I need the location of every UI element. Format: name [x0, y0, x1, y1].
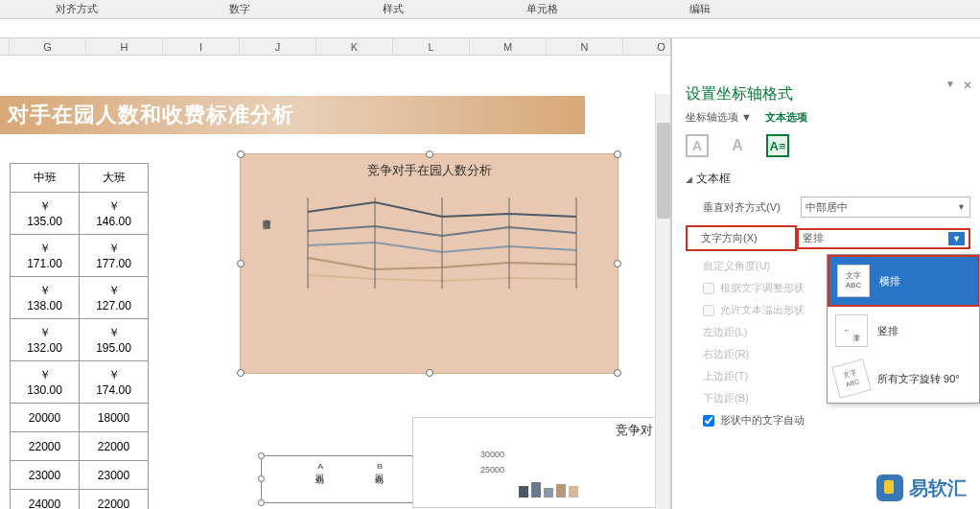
ribbon-group-edit: 编辑 — [671, 0, 729, 18]
mini-chart-yaxis: 30000 25000 — [480, 447, 504, 477]
overflow-label: 允许文本溢出形状 — [720, 303, 805, 317]
textdir-select[interactable]: 竖排▼ — [797, 228, 970, 249]
custom-angle-label: 自定义角度(U) — [686, 259, 801, 273]
ribbon-group-cells: 单元格 — [508, 0, 575, 18]
vertical-scrollbar[interactable] — [655, 94, 670, 509]
table-header[interactable]: 中班 — [11, 164, 80, 193]
col-m[interactable]: M — [470, 38, 547, 55]
col-n[interactable]: N — [547, 38, 623, 55]
resize-handle[interactable] — [258, 452, 265, 459]
chart-plot-area[interactable]: 收费标准 — [289, 183, 598, 327]
col-l[interactable]: L — [393, 38, 470, 55]
table-header[interactable]: 大班 — [80, 164, 149, 193]
xaxis-label[interactable]: A幼儿园 — [314, 462, 326, 500]
resize-shape-label: 根据文字调整形状 — [720, 281, 805, 295]
xaxis-label[interactable]: B幼儿园 — [373, 462, 385, 500]
section-textbox[interactable]: 文本框 — [686, 171, 970, 187]
watermark-icon — [876, 474, 903, 501]
col-h[interactable]: H — [86, 38, 163, 55]
table-row: 2200022000 — [11, 432, 149, 461]
dropdown-item-vertical[interactable]: 文字↓ 竖排 — [828, 307, 979, 355]
textbox-icon[interactable]: A≡ — [766, 134, 789, 157]
col-i[interactable]: I — [163, 38, 240, 55]
resize-handle[interactable] — [258, 499, 265, 506]
chart-title[interactable]: 竞争对手在园人数分析 — [241, 154, 618, 183]
mini-chart[interactable]: 竞争对 30000 25000 — [412, 417, 662, 508]
ribbon-group-style: 样式 — [364, 0, 422, 18]
margin-top-label: 上边距(T) — [686, 369, 801, 383]
formula-bar-area — [0, 19, 980, 38]
resize-handle[interactable] — [614, 150, 621, 158]
table-row: 2400022000 — [11, 490, 149, 510]
worksheet-area[interactable]: G H I J K L M N O P 对手在园人数和收费标准分析 中班 大班 … — [0, 38, 671, 509]
resize-handle[interactable] — [237, 260, 245, 267]
horizontal-text-icon: 文字ABC — [837, 265, 870, 297]
ribbon-group-labels: 对齐方式 数字 样式 单元格 编辑 — [0, 0, 980, 19]
resize-handle[interactable] — [614, 260, 621, 267]
textdir-label: 文字方向(X) — [686, 225, 797, 251]
ribbon-group-number: 数字 — [211, 0, 268, 18]
text-effects-icon[interactable]: A — [726, 134, 749, 157]
mini-chart-title: 竞争对 — [616, 422, 653, 439]
resize-handle[interactable] — [426, 369, 433, 377]
col-j[interactable]: J — [240, 38, 316, 55]
table-row: ￥ 130.00￥ 174.00 — [11, 361, 149, 404]
table-row: 2300023000 — [11, 461, 149, 490]
resize-handle[interactable] — [237, 369, 245, 377]
valign-label: 垂直对齐方式(V) — [686, 200, 801, 215]
resize-shape-checkbox — [703, 283, 714, 294]
dropdown-item-horizontal[interactable]: 文字ABC 横排 — [828, 255, 979, 307]
mini-chart-bars — [519, 482, 578, 497]
close-icon[interactable]: ✕ — [963, 79, 972, 92]
auto-wrap-checkbox[interactable] — [703, 415, 714, 427]
pane-options-icon[interactable]: ▼ — [945, 79, 955, 89]
tab-axis-options[interactable]: 坐标轴选项 ▼ — [686, 110, 752, 125]
auto-wrap-label: 形状中的文字自动 — [720, 413, 805, 428]
margin-left-label: 左边距(L) — [686, 325, 801, 339]
table-row: ￥ 132.00￥ 195.00 — [11, 319, 149, 361]
resize-handle[interactable] — [614, 369, 621, 377]
margin-right-label: 右边距(R) — [686, 347, 801, 361]
table-row: 2000018000 — [11, 404, 149, 432]
overflow-checkbox — [703, 305, 714, 316]
dropdown-item-rotate90[interactable]: 文字ABC 所有文字旋转 90° — [828, 355, 979, 403]
valign-select[interactable]: 中部居中▼ — [801, 197, 970, 218]
scrollbar-thumb[interactable] — [657, 123, 670, 219]
vertical-text-icon: 文字↓ — [835, 314, 868, 347]
col-g[interactable]: G — [10, 38, 86, 55]
col-k[interactable]: K — [316, 38, 393, 55]
text-direction-dropdown: 文字ABC 横排 文字↓ 竖排 文字ABC 所有文字旋转 90° — [827, 254, 980, 404]
ribbon-group-align: 对齐方式 — [29, 0, 125, 18]
column-headers[interactable]: G H I J K L M N O P — [0, 38, 670, 56]
data-table[interactable]: 中班 大班 ￥ 135.00￥ 146.00 ￥ 171.00￥ 177.00 … — [10, 163, 149, 509]
resize-handle[interactable] — [258, 475, 265, 482]
text-fill-icon[interactable]: A — [686, 134, 709, 157]
margin-bottom-label: 下边距(B) — [686, 391, 801, 405]
table-header-row: 中班 大班 — [11, 164, 149, 193]
table-row: ￥ 135.00￥ 146.00 — [11, 193, 149, 235]
embedded-chart[interactable]: 竞争对手在园人数分析 收费标准 — [240, 153, 618, 374]
resize-handle[interactable] — [237, 150, 245, 158]
sheet-title-banner: 对手在园人数和收费标准分析 — [0, 96, 585, 134]
rotate90-text-icon: 文字ABC — [831, 359, 872, 399]
watermark: 易软汇 — [873, 473, 970, 503]
chart-lines — [289, 183, 595, 317]
pane-title: 设置坐标轴格式 — [686, 84, 970, 104]
table-row: ￥ 138.00￥ 127.00 — [11, 277, 149, 319]
table-row: ￥ 171.00￥ 177.00 — [11, 235, 149, 277]
resize-handle[interactable] — [426, 150, 433, 158]
tab-text-options[interactable]: 文本选项 — [765, 110, 807, 125]
format-axis-pane: 设置坐标轴格式 ▼ ✕ 坐标轴选项 ▼ 文本选项 A A A≡ 文本框 垂直对齐… — [671, 38, 980, 509]
